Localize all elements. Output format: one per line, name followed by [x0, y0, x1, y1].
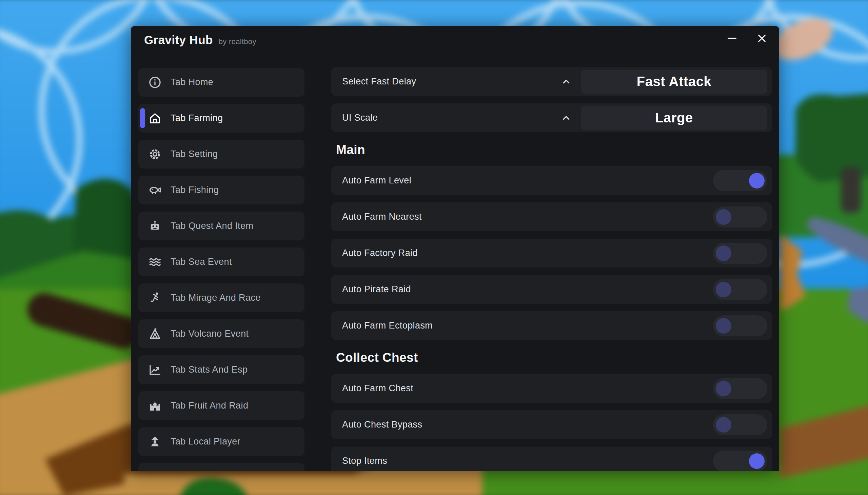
minimize-button[interactable]: [726, 32, 738, 45]
font-icon: [148, 471, 162, 472]
main-content: Select Fast Delay Fast Attack UI Scale L…: [331, 67, 772, 471]
path-below-window: [124, 474, 390, 495]
robot-icon: [148, 219, 162, 233]
sidebar-item-local-player[interactable]: Tab Local Player: [138, 427, 305, 456]
screen: Gravity Hub by realtboy Tab Home Tab Far…: [0, 0, 868, 495]
chart-icon: [148, 363, 162, 377]
toggle-knob: [716, 209, 731, 225]
gravity-hub-window: Gravity Hub by realtboy Tab Home Tab Far…: [131, 26, 779, 471]
toggle-row-stop-items: Stop Items: [331, 446, 772, 471]
toggle-knob: [749, 173, 765, 188]
sidebar-item-label: Tab Setting: [171, 149, 218, 159]
sidebar-item-label: Tab Home: [171, 77, 213, 87]
toggle-knob: [749, 453, 765, 469]
sidebar-item-quest-and-item[interactable]: Tab Quest And Item: [138, 211, 305, 240]
toggle-switch[interactable]: [713, 315, 767, 336]
toggle-switch[interactable]: [713, 170, 767, 191]
toggle-switch[interactable]: [713, 414, 767, 435]
title-bar: Gravity Hub by realtboy: [144, 33, 256, 47]
toggle-knob: [716, 417, 731, 433]
dropdown-row-ui-scale[interactable]: UI Scale Large: [331, 103, 772, 132]
sidebar-item-label: Tab Quest And Item: [171, 221, 253, 231]
sidebar-item-sea-event[interactable]: Tab Sea Event: [138, 248, 305, 276]
martial-arts-icon: [148, 291, 162, 305]
active-tab-indicator: [140, 108, 145, 128]
sidebar-item-label: Tab Farming: [171, 113, 223, 123]
sidebar-item-label: Tab Stats And Esp: [171, 364, 248, 375]
toggle-row-auto-farm-ectoplasm: Auto Farm Ectoplasm: [331, 311, 772, 340]
sidebar: Tab Home Tab Farming Tab Setting Tab Fis…: [138, 68, 305, 471]
chevron-up-icon[interactable]: [560, 76, 572, 87]
fish-icon: [148, 183, 162, 197]
page-title: Gravity Hub: [144, 33, 213, 47]
toggle-label: Auto Pirate Raid: [342, 284, 411, 295]
dropdown-value-box[interactable]: Large: [581, 106, 767, 130]
dropdown-value: Large: [655, 110, 693, 125]
toggle-row-auto-farm-nearest: Auto Farm Nearest: [331, 202, 772, 231]
dropdown-label: UI Scale: [342, 113, 378, 123]
toggle-switch[interactable]: [713, 243, 767, 264]
toggle-knob: [716, 245, 731, 261]
tent-icon: [148, 327, 162, 341]
sidebar-item-farming[interactable]: Tab Farming: [138, 104, 305, 133]
toggle-row-auto-farm-level: Auto Farm Level: [331, 166, 772, 195]
sidebar-item-select-font[interactable]: Tab Select Font: [138, 463, 305, 471]
toggle-label: Auto Farm Level: [342, 175, 411, 186]
toggle-label: Auto Farm Nearest: [342, 211, 422, 222]
title-subtitle: by realtboy: [219, 37, 256, 46]
toggle-knob: [716, 282, 731, 297]
gear-icon: [148, 147, 162, 161]
dropdown-row-fast-delay[interactable]: Select Fast Delay Fast Attack: [331, 67, 772, 96]
sidebar-item-fishing[interactable]: Tab Fishing: [138, 176, 305, 204]
home-icon: [148, 111, 162, 125]
toggle-label: Auto Farm Ectoplasm: [342, 320, 433, 331]
sidebar-item-label: Tab Volcano Event: [171, 328, 249, 339]
toggle-switch[interactable]: [713, 450, 767, 472]
close-icon: [756, 33, 768, 44]
sidebar-item-label: Tab Fruit And Raid: [171, 400, 248, 411]
waves-icon: [148, 255, 162, 269]
toggle-row-auto-farm-chest: Auto Farm Chest: [331, 374, 772, 403]
window-controls: [726, 32, 768, 45]
dropdown-value-box[interactable]: Fast Attack: [581, 70, 767, 93]
info-icon: [148, 75, 162, 89]
toggle-label: Auto Factory Raid: [342, 248, 418, 258]
sidebar-item-label: Tab Mirage And Race: [171, 293, 261, 303]
toggle-switch[interactable]: [713, 206, 767, 227]
toggle-switch[interactable]: [713, 279, 767, 300]
sidebar-item-mirage-and-race[interactable]: Tab Mirage And Race: [138, 284, 305, 312]
toggle-row-auto-pirate-raid: Auto Pirate Raid: [331, 275, 772, 304]
toggle-label: Stop Items: [342, 456, 387, 466]
toggle-switch[interactable]: [713, 378, 767, 399]
toggle-label: Auto Chest Bypass: [342, 420, 422, 430]
sidebar-item-fruit-and-raid[interactable]: Tab Fruit And Raid: [138, 391, 305, 420]
sidebar-item-home[interactable]: Tab Home: [138, 68, 305, 97]
right-tree-trunk: [841, 167, 861, 213]
sidebar-item-label: Tab Local Player: [171, 436, 240, 447]
close-button[interactable]: [755, 32, 768, 45]
sidebar-item-volcano-event[interactable]: Tab Volcano Event: [138, 319, 305, 348]
toggle-knob: [716, 318, 731, 334]
spy-icon: [148, 434, 162, 449]
sidebar-item-label: Tab Sea Event: [171, 257, 232, 267]
toggle-label: Auto Farm Chest: [342, 383, 413, 394]
toggle-row-auto-chest-bypass: Auto Chest Bypass: [331, 410, 772, 439]
minimize-icon: [726, 32, 738, 45]
section-header-main: Main: [336, 140, 772, 160]
castle-icon: [148, 399, 162, 413]
sidebar-item-stats-and-esp[interactable]: Tab Stats And Esp: [138, 355, 305, 384]
chevron-up-icon[interactable]: [560, 112, 572, 124]
sidebar-item-label: Tab Fishing: [171, 185, 219, 195]
sidebar-item-setting[interactable]: Tab Setting: [138, 140, 305, 169]
toggle-knob: [716, 381, 731, 396]
section-header-collect-chest: Collect Chest: [336, 347, 772, 368]
toggle-row-auto-factory-raid: Auto Factory Raid: [331, 239, 772, 268]
dropdown-label: Select Fast Delay: [342, 76, 416, 87]
dropdown-value: Fast Attack: [637, 74, 712, 89]
